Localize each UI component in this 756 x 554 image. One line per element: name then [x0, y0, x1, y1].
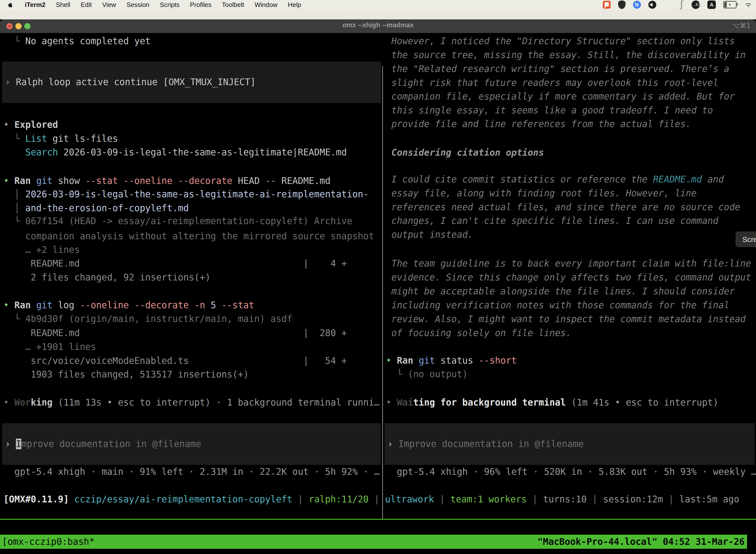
terminal-line: └ (no output): [386, 367, 468, 381]
menu-item-shell[interactable]: Shell: [56, 1, 70, 9]
terminal-line: • Waiting for background terminal (1m 41…: [386, 396, 718, 409]
hook-icon[interactable]: ∫: [679, 0, 684, 10]
dots-grid-icon[interactable]: [664, 1, 672, 9]
wifi-icon[interactable]: [744, 1, 753, 8]
battery-icon[interactable]: [723, 1, 737, 8]
terminal-line: • Ran git status --short: [386, 354, 517, 368]
shield-grid-icon[interactable]: [618, 0, 626, 9]
terminal-line: companion analysis without altering the …: [3, 229, 374, 243]
terminal-line: output instead.: [386, 228, 473, 242]
terminal-line: │ 2026-03-09-is-legal-the-same-as-legiti…: [3, 187, 369, 201]
terminal-line: gpt-5.4 xhigh · 96% left · 520K in · 5.8…: [386, 465, 756, 479]
terminal-line: └ 067f154 (HEAD -> essay/ai-reimplementa…: [3, 214, 352, 228]
window-shortcut-badge: ⌥⌘1: [732, 22, 751, 30]
apple-menu-icon[interactable]: [7, 1, 13, 8]
blue-n-icon[interactable]: N: [633, 1, 641, 9]
terminal-line: companion file, especially if more comme…: [386, 90, 735, 104]
terminal-line: README.md | 280 +: [3, 326, 347, 340]
terminal-line: src/voice/voiceModeEnabled.ts | 54 +: [3, 354, 347, 368]
chat-icon[interactable]: [603, 1, 611, 9]
input-source-icon[interactable]: A: [707, 0, 716, 9]
screen-share-notification[interactable]: Scre: [736, 232, 756, 247]
terminal-line: • Explored: [3, 118, 58, 132]
terminal-line: … +1901 lines: [3, 340, 96, 354]
terminal-line: • Ran git log --oneline --decorate -n 5 …: [3, 298, 254, 312]
badge-61-icon[interactable]: ..61: [692, 0, 700, 9]
terminal-line: this single essay, it seems like a good …: [386, 104, 713, 117]
terminal-line: └ 4b9d30f (origin/main, instructkr/main,…: [3, 312, 293, 326]
terminal-line: references need actual files, and since …: [386, 200, 740, 214]
terminal-line: review. Also, I might want to inspect th…: [386, 312, 746, 326]
terminal-line: └ List git ls-files: [3, 132, 118, 146]
terminal-line: └ No agents completed yet: [3, 34, 150, 48]
terminal-line: evidence. Since this change only affects…: [386, 271, 751, 284]
menu-item-view[interactable]: View: [102, 1, 116, 9]
terminal-line: › Improve documentation in @filename: [5, 437, 201, 451]
terminal-line: slight risk that future readers may over…: [386, 76, 718, 90]
terminal-line: › Ralph loop active continue [OMX_TMUX_I…: [5, 75, 256, 89]
menu-item-profiles[interactable]: Profiles: [190, 1, 211, 9]
terminal-line: including verification notes with those …: [386, 298, 729, 312]
menu-bar-status-icons: N ∫ ..61 A: [603, 0, 753, 9]
tmux-vertical-pane-border[interactable]: [382, 66, 383, 519]
terminal-line: essay file, along with finding root file…: [386, 186, 697, 200]
terminal-line: • Working (11m 13s • esc to interrupt) ·…: [3, 396, 379, 409]
menu-item-edit[interactable]: Edit: [81, 1, 92, 9]
menu-item-session[interactable]: Session: [126, 1, 149, 9]
desktop-background: [0, 9, 756, 19]
terminal-line: However, I noticed the "Directory Struct…: [386, 34, 735, 48]
tmux-status-bar: [omx-cczip0:bash* "MacBook-Pro-44.local"…: [0, 535, 747, 549]
terminal-line: gpt-5.4 xhigh · main · 91% left · 2.31M …: [3, 465, 379, 479]
tmux-session-label: [omx-cczip0:bash*: [2, 535, 95, 549]
terminal-line: • Ran git show --stat --oneline --decora…: [3, 174, 331, 188]
menu-item-iterm2[interactable]: iTerm2: [25, 1, 45, 9]
terminal-line: Considering citation options: [386, 146, 544, 160]
menu-items: iTerm2ShellEditViewSessionScriptsProfile…: [0, 1, 301, 9]
terminal-line: … +2 lines: [3, 243, 80, 257]
terminal-line: › Improve documentation in @filename: [387, 437, 584, 451]
terminal-line: provide file and line references from th…: [386, 117, 691, 131]
terminal-line: [OMX#0.11.9] cczip/essay/ai-reimplementa…: [3, 492, 739, 506]
terminal-line: the "Related research writing" section i…: [386, 62, 729, 76]
terminal-line: 1903 files changed, 513517 insertions(+): [3, 368, 249, 382]
tmux-horizontal-pane-border[interactable]: [0, 519, 756, 520]
keynote-icon[interactable]: [648, 1, 656, 9]
tmux-host-clock-label: "MacBook-Pro-44.local" 04:52 31-Mar-26: [538, 535, 745, 549]
terminal-line: The team guideline is to back every impo…: [386, 257, 751, 271]
terminal-line: 2 files changed, 92 insertions(+): [3, 271, 210, 284]
terminal-line: README.md | 4 +: [3, 257, 347, 271]
macos-desktop: iTerm2ShellEditViewSessionScriptsProfile…: [0, 0, 756, 554]
terminal-line: of focusing solely on file lines.: [386, 326, 571, 340]
terminal-line: I could cite commit statistics or refere…: [386, 172, 724, 186]
menu-item-scripts[interactable]: Scripts: [160, 1, 179, 9]
menu-item-window[interactable]: Window: [254, 1, 277, 9]
terminal-line: the source tree, missing the essay. Stil…: [386, 48, 746, 62]
menu-item-help[interactable]: Help: [288, 1, 301, 9]
menu-bar: iTerm2ShellEditViewSessionScriptsProfile…: [0, 0, 756, 9]
terminal-line: Search 2026-03-09-is-legal-the-same-as-l…: [3, 146, 347, 159]
terminal-line: changes, I can't cite specific file line…: [386, 214, 718, 228]
window-title: omx --xhigh --madmax: [0, 21, 756, 29]
terminal-line: might be acceptable alongside the file l…: [386, 284, 735, 298]
terminal-line: │ and-the-erosion-of-copyleft.md: [3, 201, 189, 215]
terminal-content[interactable]: └ No agents completed yet› Ralph loop ac…: [0, 33, 756, 554]
menu-item-toolbelt[interactable]: Toolbelt: [222, 1, 244, 9]
